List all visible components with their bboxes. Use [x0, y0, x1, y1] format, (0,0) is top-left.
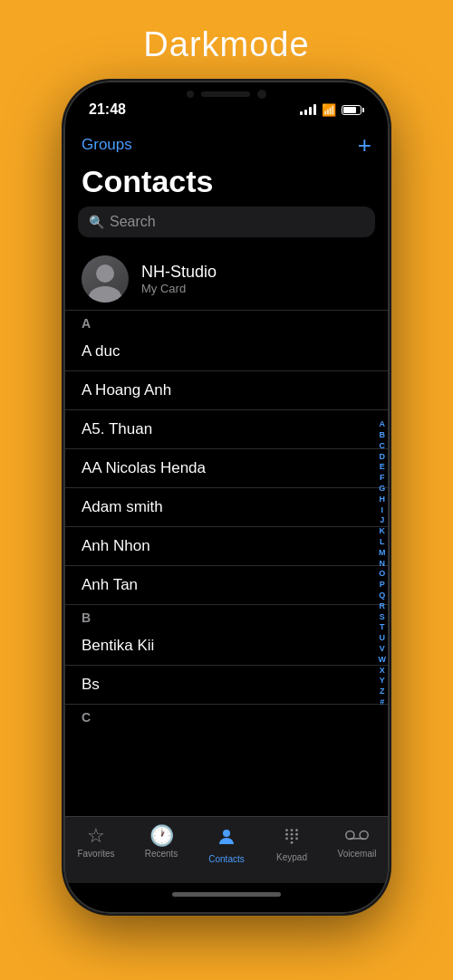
- tab-recents-label: Recents: [145, 849, 178, 859]
- tab-contacts[interactable]: Contacts: [194, 826, 259, 864]
- notch-camera: [187, 91, 194, 98]
- alpha-u[interactable]: U: [380, 633, 386, 643]
- page-title: Darkmode: [143, 25, 309, 64]
- alpha-j[interactable]: J: [380, 515, 384, 525]
- alpha-d[interactable]: D: [380, 452, 386, 462]
- alpha-l[interactable]: L: [380, 537, 385, 547]
- tab-keypad-label: Keypad: [276, 852, 307, 862]
- svg-point-10: [291, 841, 294, 844]
- my-card-name: NH-Studio: [141, 263, 217, 282]
- contacts-scroll[interactable]: A A duc A Hoang Anh A5. Thuan AA Nicolas…: [63, 311, 390, 816]
- tab-voicemail-label: Voicemail: [338, 849, 377, 859]
- avatar: [82, 255, 129, 303]
- alpha-g[interactable]: G: [379, 484, 385, 494]
- svg-point-9: [295, 837, 298, 840]
- notch-sensor: [257, 90, 266, 99]
- alpha-r[interactable]: R: [380, 601, 386, 611]
- list-item[interactable]: AA Nicolas Henda: [63, 449, 390, 488]
- list-item[interactable]: Bs: [63, 666, 390, 705]
- alpha-o[interactable]: O: [379, 569, 385, 579]
- alpha-x[interactable]: X: [380, 666, 385, 676]
- contacts-list: A A duc A Hoang Anh A5. Thuan AA Nicolas…: [63, 311, 390, 816]
- recents-icon: 🕐: [149, 826, 174, 846]
- my-card-row[interactable]: NH-Studio My Card: [63, 248, 390, 311]
- tab-favorites[interactable]: ☆ Favorites: [63, 826, 129, 859]
- alpha-t[interactable]: T: [380, 622, 385, 632]
- alpha-s[interactable]: S: [380, 612, 385, 622]
- tab-favorites-label: Favorites: [77, 849, 114, 859]
- alpha-y[interactable]: Y: [380, 676, 385, 686]
- alpha-q[interactable]: Q: [379, 591, 385, 600]
- list-item[interactable]: A5. Thuan: [63, 410, 390, 449]
- status-icons: 📶: [300, 103, 364, 117]
- alpha-i[interactable]: I: [381, 505, 383, 515]
- svg-point-0: [223, 830, 230, 837]
- alpha-a[interactable]: A: [380, 419, 386, 429]
- alpha-v[interactable]: V: [380, 644, 385, 654]
- voicemail-icon: [345, 826, 369, 846]
- section-header-c: C: [63, 705, 390, 726]
- notch-speaker: [201, 91, 250, 97]
- svg-point-2: [291, 829, 294, 831]
- alpha-c[interactable]: C: [380, 441, 386, 451]
- search-icon: 🔍: [89, 215, 104, 229]
- list-item[interactable]: Anh Tan: [63, 566, 390, 605]
- section-header-a: A: [63, 311, 390, 332]
- svg-point-1: [285, 829, 288, 831]
- list-item[interactable]: Adam smith: [63, 488, 390, 527]
- tab-recents[interactable]: 🕐 Recents: [129, 826, 194, 859]
- alpha-n[interactable]: N: [380, 559, 386, 569]
- search-bar[interactable]: 🔍 Search: [78, 207, 375, 237]
- add-contact-button[interactable]: +: [358, 133, 371, 157]
- home-indicator: [63, 883, 390, 914]
- list-item[interactable]: Bentika Kii: [63, 627, 390, 666]
- signal-icon: [300, 104, 316, 115]
- alphabet-index: A B C D E F G H I J K L M N O P Q: [379, 311, 387, 816]
- alpha-z[interactable]: Z: [380, 687, 385, 697]
- list-item[interactable]: A duc: [63, 332, 390, 371]
- tab-voicemail[interactable]: Voicemail: [324, 826, 390, 859]
- tab-keypad[interactable]: Keypad: [259, 826, 324, 862]
- contacts-icon: [216, 826, 237, 851]
- list-item[interactable]: A Hoang Anh: [63, 371, 390, 410]
- list-item[interactable]: Anh Nhon: [63, 527, 390, 566]
- wifi-icon: 📶: [322, 103, 336, 117]
- keypad-icon: [282, 826, 302, 850]
- favorites-icon: ☆: [87, 826, 105, 846]
- tab-contacts-label: Contacts: [208, 854, 244, 864]
- svg-point-6: [295, 833, 298, 836]
- alpha-h[interactable]: H: [380, 495, 386, 504]
- svg-point-7: [285, 837, 288, 840]
- nav-bar: Groups +: [63, 126, 390, 160]
- tab-bar: ☆ Favorites 🕐 Recents Contacts: [63, 816, 390, 883]
- alpha-m[interactable]: M: [379, 548, 386, 558]
- alpha-e[interactable]: E: [380, 462, 385, 472]
- notch: [154, 81, 299, 108]
- my-card-info: NH-Studio My Card: [141, 263, 217, 295]
- my-card-subtitle: My Card: [141, 282, 217, 295]
- svg-point-5: [291, 833, 294, 836]
- alpha-hash[interactable]: #: [380, 697, 384, 707]
- home-bar: [172, 892, 281, 897]
- alpha-w[interactable]: W: [379, 655, 387, 665]
- alpha-p[interactable]: P: [380, 580, 385, 590]
- svg-rect-13: [350, 838, 363, 840]
- svg-point-8: [291, 837, 294, 840]
- svg-point-4: [285, 833, 288, 836]
- phone-screen: 21:48 📶 Groups +: [63, 81, 390, 914]
- alpha-k[interactable]: K: [380, 526, 386, 536]
- section-header-b: B: [63, 605, 390, 627]
- groups-button[interactable]: Groups: [82, 136, 132, 154]
- search-input[interactable]: Search: [110, 214, 156, 230]
- battery-icon: [342, 105, 364, 115]
- contacts-title: Contacts: [63, 160, 390, 207]
- svg-point-3: [295, 829, 298, 831]
- alpha-b[interactable]: B: [380, 430, 386, 440]
- app-content: Groups + Contacts 🔍 Search NH-Studio My …: [63, 126, 390, 914]
- phone-frame: 21:48 📶 Groups +: [63, 81, 390, 914]
- status-time: 21:48: [89, 101, 126, 118]
- alpha-f[interactable]: F: [380, 473, 385, 483]
